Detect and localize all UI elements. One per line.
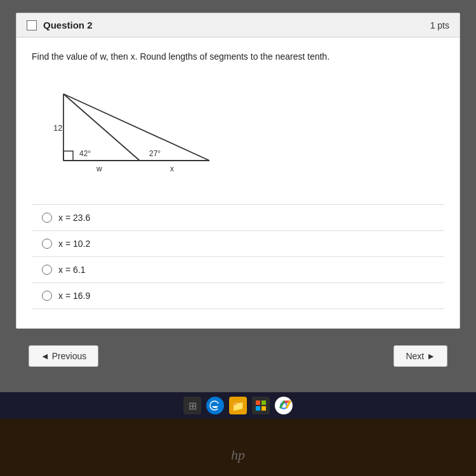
option-4[interactable]: x = 16.9 (32, 283, 444, 309)
taskbar-edge-icon[interactable] (206, 397, 224, 414)
option-3[interactable]: x = 6.1 (32, 257, 444, 283)
option-2-label: x = 10.2 (58, 239, 90, 249)
option-1[interactable]: x = 23.6 (32, 204, 444, 231)
side-12-label: 12 (53, 123, 62, 133)
svg-rect-6 (261, 400, 266, 405)
option-4-label: x = 16.9 (58, 291, 90, 301)
radio-option-3[interactable] (42, 265, 52, 275)
svg-line-4 (63, 94, 140, 161)
radio-option-2[interactable] (42, 239, 52, 249)
svg-rect-5 (256, 400, 260, 405)
taskbar: ⊞ 📁 (0, 392, 476, 419)
question-title: Question 2 (43, 20, 93, 30)
question-checkbox[interactable] (27, 20, 37, 30)
hp-watermark: hp (231, 447, 245, 463)
question-header-left: Question 2 (27, 20, 93, 30)
segment-w-label: w (96, 164, 102, 173)
svg-rect-8 (261, 406, 266, 411)
taskbar-store-icon[interactable] (252, 397, 270, 414)
points-label: 1 pts (430, 20, 449, 30)
radio-option-1[interactable] (42, 213, 52, 223)
angle-27-label: 27° (149, 149, 161, 158)
option-2[interactable]: x = 10.2 (32, 231, 444, 257)
question-body: Find the value of w, then x. Round lengt… (17, 37, 459, 328)
next-button[interactable]: Next ► (393, 345, 447, 367)
taskbar-files-icon[interactable]: 📁 (229, 397, 247, 414)
radio-option-4[interactable] (42, 291, 52, 301)
answer-options: x = 23.6 x = 10.2 x = 6.1 x = 16.9 (32, 204, 444, 309)
nav-buttons: ◄ Previous Next ► (16, 336, 460, 376)
diagram-container: 12 42° 27° w x (44, 75, 444, 189)
svg-rect-0 (63, 151, 73, 161)
taskbar-windows-icon[interactable]: ⊞ (183, 397, 201, 414)
triangle-svg: 12 42° 27° w x (44, 75, 235, 189)
angle-42-label: 42° (79, 149, 91, 158)
taskbar-chrome-icon[interactable] (275, 397, 293, 414)
question-text: Find the value of w, then x. Round lengt… (32, 50, 444, 63)
option-3-label: x = 6.1 (58, 265, 85, 275)
svg-rect-7 (256, 406, 260, 411)
option-1-label: x = 23.6 (58, 213, 90, 223)
quiz-container: Question 2 1 pts Find the value of w, th… (16, 13, 460, 329)
previous-button[interactable]: ◄ Previous (29, 345, 98, 367)
question-header: Question 2 1 pts (17, 13, 459, 37)
segment-x-label: x (170, 164, 174, 173)
